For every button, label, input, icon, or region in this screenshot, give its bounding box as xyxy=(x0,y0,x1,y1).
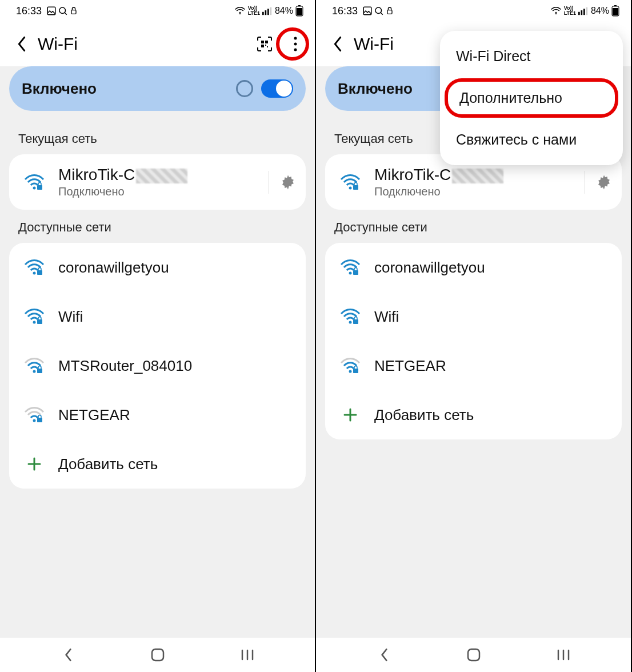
current-network-status: Подключено xyxy=(374,185,580,198)
svg-rect-41 xyxy=(613,8,618,15)
svg-point-1 xyxy=(59,7,66,14)
current-network-card: MikroTik-C Подключено xyxy=(9,154,306,210)
svg-rect-26 xyxy=(37,369,42,373)
section-available-label: Доступные сети xyxy=(316,210,631,243)
add-network-row[interactable]: Добавить сеть xyxy=(325,390,622,439)
svg-rect-12 xyxy=(261,45,264,47)
current-network-row[interactable]: MikroTik-C Подключено xyxy=(9,154,306,210)
svg-rect-9 xyxy=(298,5,301,6)
svg-rect-39 xyxy=(586,7,587,15)
current-network-status: Подключено xyxy=(58,185,264,198)
popup-item-advanced[interactable]: Дополнительно xyxy=(445,78,618,118)
svg-point-43 xyxy=(349,186,352,189)
more-options-button[interactable] xyxy=(284,33,307,55)
network-row[interactable]: MTSRouter_084010 xyxy=(9,341,306,390)
nav-back-button[interactable] xyxy=(61,647,75,662)
svg-point-23 xyxy=(33,321,36,324)
svg-point-15 xyxy=(294,37,297,40)
svg-point-50 xyxy=(349,370,352,373)
network-row[interactable]: coronawillgetyou xyxy=(9,243,306,292)
status-time: 16:33 xyxy=(16,5,42,17)
nav-home-button[interactable] xyxy=(466,647,481,662)
phone-left: 16:33 Vo))LTE1 84% Wi-Fi xyxy=(0,0,316,672)
censored-text xyxy=(452,169,503,183)
battery-icon xyxy=(611,5,619,17)
wifi-secured-weak-icon xyxy=(23,403,46,426)
nav-bar xyxy=(316,638,631,672)
battery-text: 84% xyxy=(591,6,609,16)
status-time: 16:33 xyxy=(332,5,358,17)
svg-rect-47 xyxy=(353,270,358,275)
svg-point-27 xyxy=(33,419,36,422)
network-settings-button[interactable] xyxy=(595,174,613,191)
network-row[interactable]: Wifi xyxy=(325,292,622,341)
svg-rect-3 xyxy=(262,12,264,15)
svg-rect-5 xyxy=(267,9,269,15)
wifi-status-icon xyxy=(234,6,246,15)
svg-point-25 xyxy=(33,370,36,373)
svg-rect-19 xyxy=(37,185,42,190)
svg-rect-14 xyxy=(267,46,268,47)
wifi-secured-weak-icon xyxy=(23,354,46,377)
svg-rect-13 xyxy=(265,45,266,46)
svg-rect-38 xyxy=(583,9,585,15)
censored-text xyxy=(136,169,187,183)
add-network-row[interactable]: Добавить сеть xyxy=(9,439,306,489)
nav-home-button[interactable] xyxy=(150,647,165,662)
network-name: NETGEAR xyxy=(374,357,613,375)
page-title: Wi-Fi xyxy=(38,34,78,54)
network-name: Wifi xyxy=(58,308,297,326)
svg-rect-52 xyxy=(468,649,479,661)
plus-icon xyxy=(23,453,46,475)
network-settings-button[interactable] xyxy=(279,174,297,191)
available-networks-card: coronawillgetyou Wifi MTSRouter_084010 N… xyxy=(9,243,306,489)
svg-rect-29 xyxy=(152,649,163,661)
nav-bar xyxy=(0,638,315,672)
wifi-switch[interactable] xyxy=(261,79,293,98)
nav-back-button[interactable] xyxy=(377,647,391,662)
svg-rect-51 xyxy=(353,369,358,373)
svg-rect-33 xyxy=(363,7,371,15)
battery-icon xyxy=(295,5,303,17)
svg-rect-8 xyxy=(297,8,302,15)
popup-item-wifi-direct[interactable]: Wi-Fi Direct xyxy=(440,37,623,76)
svg-rect-35 xyxy=(387,10,392,14)
svg-rect-37 xyxy=(581,10,582,15)
section-available-label: Доступные сети xyxy=(0,210,315,243)
add-network-label: Добавить сеть xyxy=(374,406,613,424)
status-left-icons xyxy=(362,6,394,16)
network-name: NETGEAR xyxy=(58,406,297,424)
nav-recents-button[interactable] xyxy=(556,649,571,661)
nav-recents-button[interactable] xyxy=(240,649,255,661)
status-left-icons xyxy=(46,6,78,16)
svg-point-34 xyxy=(375,7,382,14)
signal-icon xyxy=(262,6,273,15)
back-button[interactable] xyxy=(11,34,32,54)
popup-item-contact-us[interactable]: Свяжитесь с нами xyxy=(440,120,623,159)
wifi-toggle-row[interactable]: Включено xyxy=(9,66,306,111)
wifi-secured-icon xyxy=(339,256,362,279)
svg-point-17 xyxy=(294,49,297,51)
wifi-toggle-label: Включено xyxy=(22,80,97,98)
svg-rect-28 xyxy=(37,418,42,422)
wifi-toggle-label: Включено xyxy=(338,80,413,98)
wifi-status-icon xyxy=(550,6,562,15)
app-bar: Wi-Fi xyxy=(0,22,315,66)
svg-rect-10 xyxy=(261,41,264,43)
qr-scan-button[interactable] xyxy=(253,33,276,55)
network-name: Wifi xyxy=(374,308,613,326)
wifi-secured-icon xyxy=(23,305,46,328)
signal-icon xyxy=(578,6,589,15)
back-button[interactable] xyxy=(327,34,348,54)
wifi-secured-icon xyxy=(23,171,46,194)
svg-rect-4 xyxy=(265,10,266,15)
svg-point-16 xyxy=(294,43,297,46)
options-popup: Wi-Fi Direct Дополнительно Свяжитесь с н… xyxy=(440,31,623,165)
network-row[interactable]: coronawillgetyou xyxy=(325,243,622,292)
svg-rect-2 xyxy=(71,10,76,14)
network-row[interactable]: NETGEAR xyxy=(9,390,306,439)
volte-icon: Vo))LTE1 xyxy=(248,6,260,16)
refresh-icon[interactable] xyxy=(236,80,253,97)
network-row[interactable]: NETGEAR xyxy=(325,341,622,390)
network-row[interactable]: Wifi xyxy=(9,292,306,341)
